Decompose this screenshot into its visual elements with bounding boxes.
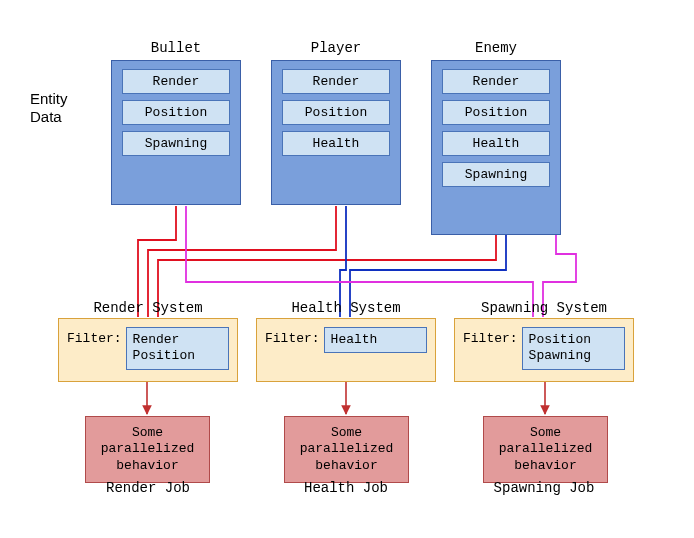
entity-box-enemy: Render Position Health Spawning [431, 60, 561, 235]
diagram-canvas: Entity Data Bullet Player Enemy Render P… [0, 0, 694, 538]
job-box-render: Some parallelized behavior [85, 416, 210, 483]
system-title-render: Render System [58, 300, 238, 316]
component-spawning: Spawning [442, 162, 550, 187]
system-box-spawning: Filter: Position Spawning [454, 318, 634, 382]
entity-title-player: Player [271, 40, 401, 56]
filter-label: Filter: [265, 327, 320, 346]
entity-data-label: Entity Data [30, 90, 68, 126]
job-text: Some parallelized behavior [101, 425, 195, 473]
system-title-spawning: Spawning System [454, 300, 634, 316]
component-spawning: Spawning [122, 131, 230, 156]
filter-box: Position Spawning [522, 327, 625, 370]
filter-item: Render [133, 332, 222, 348]
filter-label: Filter: [67, 327, 122, 346]
component-position: Position [442, 100, 550, 125]
component-position: Position [122, 100, 230, 125]
job-title-health: Health Job [256, 480, 436, 496]
component-health: Health [282, 131, 390, 156]
system-title-health: Health System [256, 300, 436, 316]
system-box-health: Filter: Health [256, 318, 436, 382]
entity-title-enemy: Enemy [431, 40, 561, 56]
job-title-render: Render Job [58, 480, 238, 496]
entity-box-player: Render Position Health [271, 60, 401, 205]
filter-item: Position [529, 332, 618, 348]
job-box-health: Some parallelized behavior [284, 416, 409, 483]
system-to-job-arrows [147, 382, 545, 414]
job-text: Some parallelized behavior [300, 425, 394, 473]
entity-data-label-l1: Entity [30, 90, 68, 108]
component-render: Render [282, 69, 390, 94]
filter-item: Position [133, 348, 222, 364]
job-box-spawning: Some parallelized behavior [483, 416, 608, 483]
system-box-render: Filter: Render Position [58, 318, 238, 382]
filter-box: Health [324, 327, 427, 353]
filter-item: Spawning [529, 348, 618, 364]
entity-box-bullet: Render Position Spawning [111, 60, 241, 205]
entity-title-bullet: Bullet [111, 40, 241, 56]
job-title-spawning: Spawning Job [454, 480, 634, 496]
component-health: Health [442, 131, 550, 156]
filter-label: Filter: [463, 327, 518, 346]
filter-item: Health [331, 332, 420, 348]
entity-data-label-l2: Data [30, 108, 68, 126]
component-position: Position [282, 100, 390, 125]
component-render: Render [122, 69, 230, 94]
job-text: Some parallelized behavior [499, 425, 593, 473]
component-render: Render [442, 69, 550, 94]
filter-box: Render Position [126, 327, 229, 370]
